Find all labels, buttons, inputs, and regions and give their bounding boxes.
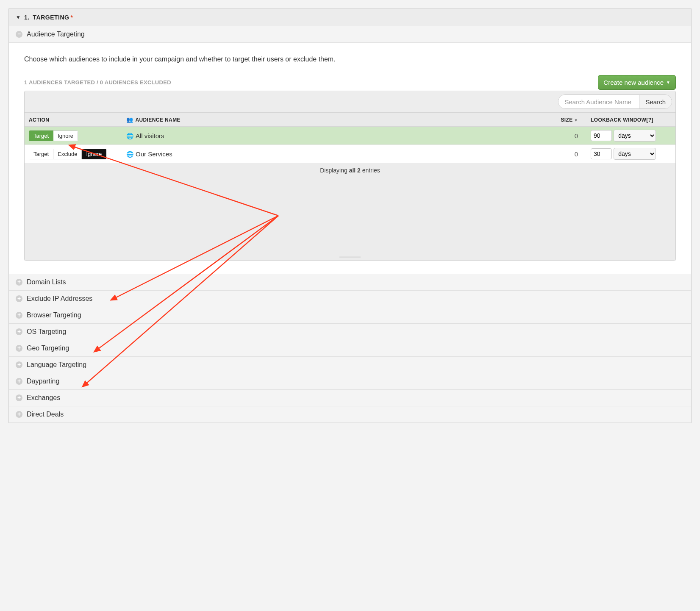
- targeting-panel: ▼ 1. TARGETING* Audience Targeting Choos…: [8, 8, 692, 423]
- audience-targeting-body: Choose which audiences to include in you…: [9, 43, 691, 274]
- lookback-unit-select[interactable]: days: [614, 130, 656, 142]
- create-new-audience-label: Create new audience: [603, 79, 664, 86]
- audience-counts-label: 1 AUDIENCES TARGETED / 0 AUDIENCES EXCLU…: [24, 79, 171, 86]
- sort-caret-icon: ▼: [574, 118, 578, 122]
- audience-table: ACTION 👥AUDIENCE NAME SIZE▼ LOOKBACK WIN…: [25, 113, 675, 261]
- language-targeting-section[interactable]: Language Targeting: [9, 356, 691, 373]
- audience-size: 0: [531, 127, 586, 145]
- audience-name: Our Services: [136, 150, 172, 158]
- audience-name: All visitors: [136, 132, 164, 139]
- section-label: Exclude IP Addresses: [27, 295, 92, 303]
- resize-handle[interactable]: [339, 256, 361, 258]
- required-asterisk: *: [70, 14, 72, 21]
- plus-icon: [16, 328, 22, 335]
- lookback-value-input[interactable]: [591, 148, 612, 159]
- action-button-group: Target Exclude Ignore: [29, 149, 106, 159]
- section-label: Direct Deals: [27, 411, 64, 418]
- browser-targeting-section[interactable]: Browser Targeting: [9, 307, 691, 323]
- geo-targeting-section[interactable]: Geo Targeting: [9, 340, 691, 356]
- os-targeting-section[interactable]: OS Targeting: [9, 323, 691, 340]
- section-label: Geo Targeting: [27, 344, 69, 352]
- search-row: Search: [25, 91, 675, 113]
- section-label: Dayparting: [27, 378, 59, 385]
- col-lookback[interactable]: LOOKBACK WINDOW[?]: [586, 113, 675, 127]
- targeting-header[interactable]: ▼ 1. TARGETING*: [9, 9, 691, 26]
- caret-down-icon: ▼: [666, 80, 670, 85]
- audience-table-container: Search ACTION 👥AUDIENCE NAME: [24, 91, 676, 261]
- section-label: Domain Lists: [27, 278, 66, 286]
- section-label: Language Targeting: [27, 361, 86, 369]
- audience-size: 0: [531, 145, 586, 163]
- plus-icon: [16, 295, 22, 302]
- section-label: Exchanges: [27, 394, 60, 402]
- plus-icon: [16, 378, 22, 385]
- col-action[interactable]: ACTION: [25, 113, 122, 127]
- table-row: Target Ignore 🌐All visitors 0 days: [25, 127, 675, 145]
- caret-down-icon: ▼: [16, 14, 21, 20]
- col-size[interactable]: SIZE▼: [531, 113, 586, 127]
- plus-icon: [16, 312, 22, 319]
- create-new-audience-button[interactable]: Create new audience ▼: [598, 75, 676, 90]
- search-wrap: Search: [558, 94, 672, 109]
- plus-icon: [16, 279, 22, 286]
- col-audience-name[interactable]: 👥AUDIENCE NAME: [122, 113, 531, 127]
- ignore-button[interactable]: Ignore: [82, 149, 106, 159]
- section-title: TARGETING: [33, 14, 69, 21]
- ignore-button[interactable]: Ignore: [53, 131, 78, 141]
- globe-icon: 🌐: [126, 151, 133, 158]
- section-number: 1.: [24, 14, 30, 21]
- domain-lists-section[interactable]: Domain Lists: [9, 274, 691, 290]
- dayparting-section[interactable]: Dayparting: [9, 373, 691, 389]
- table-row: Target Exclude Ignore 🌐Our Services 0: [25, 145, 675, 163]
- target-button[interactable]: Target: [29, 131, 53, 141]
- section-label: OS Targeting: [27, 328, 66, 336]
- exclude-ip-section[interactable]: Exclude IP Addresses: [9, 290, 691, 307]
- table-footer: Displaying all 2 entries: [25, 163, 675, 261]
- globe-icon: 🌐: [126, 133, 133, 139]
- search-button[interactable]: Search: [639, 95, 672, 108]
- plus-icon: [16, 345, 22, 352]
- lookback-unit-select[interactable]: days: [614, 148, 656, 160]
- lookback-value-input[interactable]: [591, 130, 612, 141]
- plus-icon: [16, 361, 22, 368]
- audience-targeting-header[interactable]: Audience Targeting: [9, 26, 691, 43]
- exchanges-section[interactable]: Exchanges: [9, 389, 691, 406]
- action-button-group: Target Ignore: [29, 131, 78, 141]
- minus-icon: [16, 31, 22, 38]
- plus-icon: [16, 394, 22, 401]
- people-icon: 👥: [126, 117, 133, 123]
- target-button[interactable]: Target: [29, 149, 53, 159]
- description-text: Choose which audiences to include in you…: [24, 56, 676, 63]
- section-label: Browser Targeting: [27, 311, 81, 319]
- exclude-button[interactable]: Exclude: [53, 149, 82, 159]
- audience-targeting-title: Audience Targeting: [27, 31, 85, 38]
- direct-deals-section[interactable]: Direct Deals: [9, 406, 691, 423]
- search-input[interactable]: [558, 95, 639, 108]
- plus-icon: [16, 411, 22, 418]
